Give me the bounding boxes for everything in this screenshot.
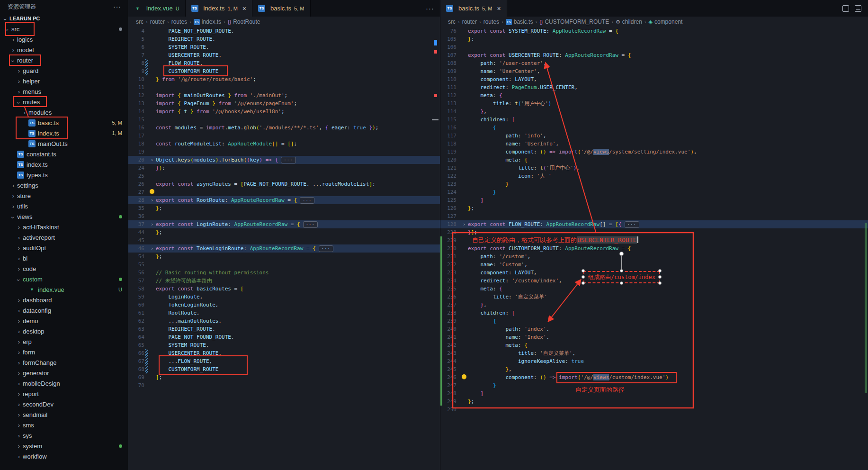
breadcrumb-item-RootRoute[interactable]: {}RootRoute xyxy=(228,18,260,25)
code-line-111[interactable]: 111 redirect: PageEnum.USER_CENTER, xyxy=(440,83,868,91)
code-line-248[interactable]: 248 ] xyxy=(440,389,868,398)
tree-item-basic.ts[interactable]: ›TSbasic.ts5, M xyxy=(0,118,128,128)
chevron-right-icon[interactable]: › xyxy=(15,88,23,95)
code-line-232[interactable]: 232 name: 'Custom', xyxy=(440,261,868,269)
code-line-66[interactable]: 66 USERCENTER_ROUTE, xyxy=(128,349,440,357)
close-tab-icon[interactable]: × xyxy=(497,5,501,12)
code-line-9[interactable]: 9 CUSTOMFORM_ROUTE xyxy=(128,67,440,75)
selection-handle[interactable] xyxy=(582,269,585,272)
code-line-4[interactable]: 4 PAGE_NOT_FOUND_ROUTE, xyxy=(128,27,440,35)
chevron-right-icon[interactable]: › xyxy=(15,244,23,252)
code-line-58[interactable]: 58export const basicRoutes = [ xyxy=(128,285,440,293)
tree-item-utils[interactable]: ›utils xyxy=(0,201,128,211)
tree-item-code[interactable]: ›code xyxy=(0,263,128,274)
code-line-62[interactable]: 62 ...mainOutRoutes, xyxy=(128,317,440,325)
code-line-113[interactable]: 113 title: t('用户中心') xyxy=(440,99,868,108)
tree-item-views[interactable]: ›views xyxy=(0,211,128,222)
breadcrumb-item-index.ts[interactable]: TSindex.ts xyxy=(194,18,221,25)
tree-item-settings[interactable]: ›settings xyxy=(0,180,128,190)
chevron-down-icon[interactable]: › xyxy=(9,214,17,221)
code-line-126[interactable]: 126}; xyxy=(440,204,868,212)
lightbulb-icon[interactable] xyxy=(150,189,154,194)
workspace-header[interactable]: › LEARUN PC xyxy=(0,13,128,24)
tree-item-form[interactable]: ›form xyxy=(0,347,128,357)
chevron-down-icon[interactable]: › xyxy=(9,57,17,65)
code-line-46[interactable]: 46›export const TokenLoginRoute: AppRout… xyxy=(128,244,440,253)
tree-item-custom[interactable]: ›custom xyxy=(0,274,128,284)
tree-item-erp[interactable]: ›erp xyxy=(0,336,128,347)
code-line-122[interactable]: 122 icon: '人 ' xyxy=(440,172,868,180)
tree-item-auditOpt[interactable]: ›auditOpt xyxy=(0,243,128,253)
breadcrumb-item-CUSTOMFORM_ROUTE[interactable]: {}CUSTOMFORM_ROUTE xyxy=(539,18,609,25)
tree-item-index.ts[interactable]: ›TSindex.ts1, M xyxy=(0,128,128,138)
tree-item-sys[interactable]: ›sys xyxy=(0,430,128,441)
code-line-238[interactable]: 238 children: [ xyxy=(440,309,868,317)
customize-layout-icon[interactable] xyxy=(855,5,861,12)
chevron-right-icon[interactable]: › xyxy=(9,46,17,54)
chevron-right-icon[interactable]: › xyxy=(15,432,23,439)
selection-handle[interactable] xyxy=(620,281,623,285)
chevron-right-icon[interactable]: › xyxy=(15,265,23,272)
tree-item-types.ts[interactable]: ›TStypes.ts xyxy=(0,170,128,180)
code-line-7[interactable]: 7 USERCENTER_ROUTE, xyxy=(128,51,440,59)
code-line-125[interactable]: 125 ] xyxy=(440,196,868,204)
tree-item-index.ts[interactable]: ›TSindex.ts xyxy=(0,159,128,170)
breadcrumb-item-component[interactable]: ◈component xyxy=(648,18,682,25)
chevron-right-icon[interactable]: › xyxy=(9,182,17,189)
code-line-5[interactable]: 5 REDIRECT_ROUTE, xyxy=(128,35,440,43)
tree-item-dataconfig[interactable]: ›dataconfig xyxy=(0,305,128,316)
code-line-247[interactable]: 247 } xyxy=(440,381,868,389)
fold-chevron-icon[interactable]: › xyxy=(460,220,468,228)
code-line-27[interactable]: 27 xyxy=(128,188,440,196)
code-line-60[interactable]: 60 TokenLoginRoute, xyxy=(128,301,440,309)
code-line-237[interactable]: 237 }, xyxy=(440,301,868,309)
chevron-right-icon[interactable]: › xyxy=(21,109,28,116)
code-line-109[interactable]: 109 name: 'UserCenter', xyxy=(440,67,868,75)
breadcrumb-item-src[interactable]: src xyxy=(448,18,456,25)
tree-item-sendmail[interactable]: ›sendmail xyxy=(0,409,128,420)
code-line-119[interactable]: 119 component: () => import('/@/views/sy… xyxy=(440,148,868,156)
folded-code-ellipsis[interactable]: ··· xyxy=(625,221,639,228)
chevron-right-icon[interactable]: › xyxy=(15,338,23,345)
chevron-right-icon[interactable]: › xyxy=(15,380,23,387)
chevron-right-icon[interactable]: › xyxy=(15,443,23,450)
tree-item-dashboard[interactable]: ›dashboard xyxy=(0,295,128,305)
chevron-right-icon[interactable]: › xyxy=(15,328,23,335)
chevron-right-icon[interactable]: › xyxy=(15,453,23,460)
tree-item-model[interactable]: ›model xyxy=(0,45,128,55)
code-line-117[interactable]: 117 path: 'info', xyxy=(440,132,868,140)
code-line-11[interactable]: 11 xyxy=(128,83,440,91)
chevron-right-icon[interactable]: › xyxy=(15,78,23,85)
code-line-63[interactable]: 63 REDIRECT_ROUTE, xyxy=(128,325,440,333)
tree-item-actHiTaskinst[interactable]: ›actHiTaskinst xyxy=(0,222,128,232)
selection-handle[interactable] xyxy=(658,269,662,272)
tab-basic.ts[interactable]: TSbasic.ts5, M× xyxy=(440,0,507,17)
chevron-right-icon[interactable]: › xyxy=(15,224,23,231)
code-line-15[interactable]: 15 xyxy=(128,116,440,124)
code-mid[interactable]: 4 PAGE_NOT_FOUND_ROUTE,5 REDIRECT_ROUTE,… xyxy=(128,27,440,389)
breadcrumb-item-basic.ts[interactable]: TSbasic.ts xyxy=(506,18,533,25)
chevron-right-icon[interactable]: › xyxy=(15,390,23,398)
code-line-231[interactable]: 231 path: '/custom', xyxy=(440,253,868,261)
code-line-20[interactable]: 20›Object.keys(modules).forEach((key) =>… xyxy=(128,156,440,164)
code-line-57[interactable]: 57// 未经许可的基本路由 xyxy=(128,277,440,285)
tree-item-helper[interactable]: ›helper xyxy=(0,76,128,86)
tree-item-store[interactable]: ›store xyxy=(0,190,128,201)
breadcrumb-item-src[interactable]: src xyxy=(136,18,143,25)
chevron-right-icon[interactable]: › xyxy=(15,401,23,408)
chevron-down-icon[interactable]: › xyxy=(4,26,11,34)
code-line-17[interactable]: 17 xyxy=(128,132,440,140)
chevron-right-icon[interactable]: › xyxy=(15,411,23,418)
chevron-right-icon[interactable]: › xyxy=(15,349,23,356)
fold-chevron-icon[interactable]: › xyxy=(148,244,156,253)
code-line-245[interactable]: 245 }, xyxy=(440,365,868,373)
tree-item-logics[interactable]: ›logics xyxy=(0,34,128,45)
selection-handle[interactable] xyxy=(658,281,662,285)
code-line-65[interactable]: 65 SYSTEM_ROUTE, xyxy=(128,341,440,349)
code-line-59[interactable]: 59 LoginRoute, xyxy=(128,293,440,301)
breadcrumb-item-routes[interactable]: routes xyxy=(483,18,499,25)
code-line-114[interactable]: 114 }, xyxy=(440,108,868,116)
folded-code-ellipsis[interactable]: ··· xyxy=(281,157,295,163)
code-line-44[interactable]: 44}; xyxy=(128,228,440,236)
code-line-36[interactable]: 36 xyxy=(128,212,440,220)
